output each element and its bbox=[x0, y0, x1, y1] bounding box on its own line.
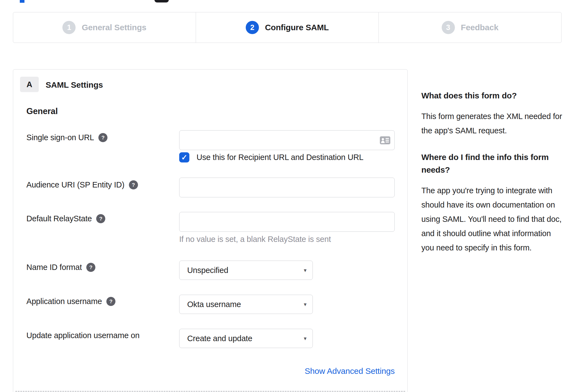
app-username-select[interactable]: Okta username ▾ bbox=[179, 295, 313, 314]
field-label-text: Application username bbox=[26, 297, 102, 306]
cutoff-header-fragment-dark bbox=[154, 0, 169, 2]
recipient-url-checkbox[interactable]: ✓ bbox=[179, 152, 189, 162]
caret-down-icon: ▾ bbox=[304, 301, 306, 308]
step-feedback[interactable]: 3 Feedback bbox=[378, 12, 561, 43]
select-value: Okta username bbox=[187, 300, 241, 309]
section-a-badge: A bbox=[20, 77, 39, 92]
section-title: SAML Settings bbox=[46, 80, 103, 90]
recipient-url-checkbox-row: ✓ Use this for Recipient URL and Destina… bbox=[179, 152, 363, 162]
step-label: Feedback bbox=[461, 23, 499, 32]
help-body-what: This form generates the XML needed for t… bbox=[421, 109, 564, 138]
relay-state-input[interactable] bbox=[179, 212, 395, 232]
select-value: Unspecified bbox=[187, 266, 228, 275]
help-icon[interactable]: ? bbox=[96, 214, 105, 223]
field-label-text: Audience URI (SP Entity ID) bbox=[26, 180, 125, 189]
help-icon[interactable]: ? bbox=[86, 263, 95, 272]
help-icon[interactable]: ? bbox=[98, 133, 107, 142]
help-body-where: The app you're trying to integrate with … bbox=[421, 183, 564, 255]
caret-down-icon: ▾ bbox=[304, 267, 306, 274]
step-general-settings[interactable]: 1 General Settings bbox=[13, 12, 196, 43]
field-label-text: Update application username on bbox=[26, 331, 140, 340]
help-heading-what: What does this form do? bbox=[421, 89, 564, 102]
field-label-text: Name ID format bbox=[26, 263, 82, 272]
step-label: Configure SAML bbox=[265, 23, 329, 32]
help-sidebar: What does this form do? This form genera… bbox=[421, 89, 564, 268]
caret-down-icon: ▾ bbox=[304, 335, 306, 342]
audience-uri-input[interactable] bbox=[179, 178, 395, 197]
help-icon[interactable]: ? bbox=[106, 297, 115, 306]
section-dashed-divider bbox=[15, 391, 405, 392]
recipient-url-checkbox-label: Use this for Recipient URL and Destinati… bbox=[197, 153, 363, 162]
relay-state-label: Default RelayState ? bbox=[26, 214, 105, 223]
step-number-badge: 1 bbox=[62, 21, 76, 34]
step-number-badge: 3 bbox=[442, 21, 455, 34]
step-configure-saml[interactable]: 2 Configure SAML bbox=[196, 12, 378, 43]
select-value: Create and update bbox=[187, 334, 252, 343]
help-icon[interactable]: ? bbox=[129, 180, 138, 189]
saml-settings-panel: A SAML Settings General Single sign-on U… bbox=[13, 69, 408, 392]
sso-url-input[interactable] bbox=[179, 130, 395, 150]
contact-card-icon bbox=[380, 136, 390, 144]
sso-url-input-wrap bbox=[179, 130, 395, 150]
update-app-username-label: Update application username on bbox=[26, 331, 140, 340]
app-username-label: Application username ? bbox=[26, 297, 115, 306]
field-label-text: Default RelayState bbox=[26, 214, 92, 223]
sso-url-label: Single sign-on URL ? bbox=[26, 133, 107, 142]
audience-uri-label: Audience URI (SP Entity ID) ? bbox=[26, 180, 138, 189]
name-id-format-select[interactable]: Unspecified ▾ bbox=[179, 261, 313, 280]
group-title-general: General bbox=[26, 106, 58, 116]
show-advanced-settings-link[interactable]: Show Advanced Settings bbox=[305, 366, 395, 376]
relay-state-hint: If no value is set, a blank RelayState i… bbox=[179, 235, 331, 244]
update-app-username-select[interactable]: Create and update ▾ bbox=[179, 329, 313, 348]
step-label: General Settings bbox=[82, 23, 146, 32]
wizard-stepper: 1 General Settings 2 Configure SAML 3 Fe… bbox=[13, 12, 562, 43]
step-number-badge: 2 bbox=[246, 21, 259, 34]
cutoff-header-fragment-blue bbox=[20, 0, 24, 3]
help-heading-where: Where do I find the info this form needs… bbox=[421, 151, 564, 176]
field-label-text: Single sign-on URL bbox=[26, 133, 94, 142]
name-id-format-label: Name ID format ? bbox=[26, 263, 95, 272]
